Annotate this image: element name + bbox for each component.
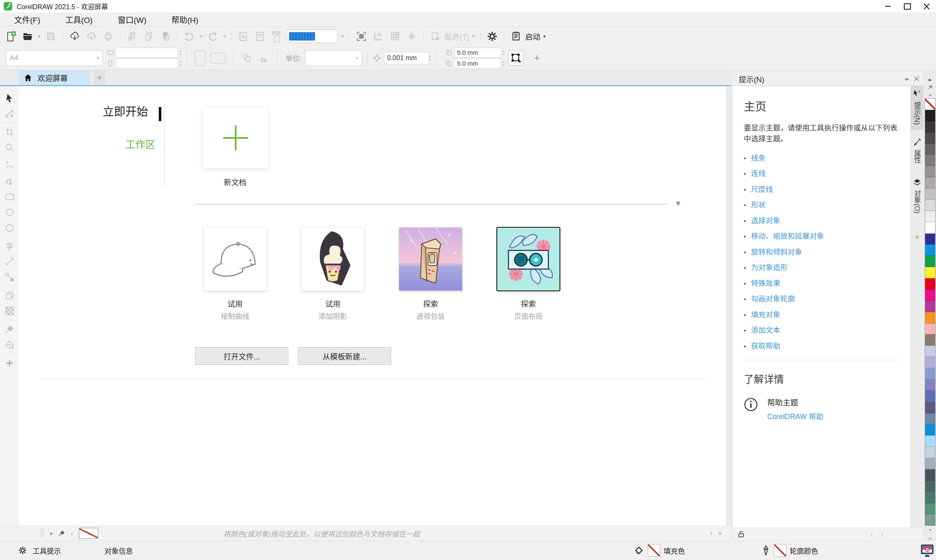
coreldraw-help-link[interactable]: CorelDRAW 帮助 — [767, 411, 824, 421]
show-rulers-button[interactable] — [370, 28, 387, 45]
tab-welcome-screen[interactable]: 欢迎屏幕 — [18, 70, 90, 85]
doc-palette-no-color-swatch[interactable] — [79, 528, 98, 539]
freehand-tool[interactable] — [3, 158, 17, 173]
palette-color-swatch[interactable] — [925, 458, 935, 469]
tips-topic-link[interactable]: 添加文本 — [751, 324, 780, 335]
palette-color-swatch[interactable] — [925, 110, 935, 121]
redo-button[interactable] — [204, 28, 221, 45]
outline-color-swatch[interactable] — [774, 544, 786, 557]
export-button[interactable] — [252, 28, 268, 45]
palette-flyout-icon[interactable]: ▸ — [929, 78, 932, 82]
polygon-tool[interactable] — [3, 220, 17, 235]
artistic-media-tool[interactable] — [3, 173, 17, 189]
tips-topic-link[interactable]: 线条 — [751, 152, 766, 163]
tips-topic-link[interactable]: 选择对象 — [751, 215, 780, 225]
options-button[interactable] — [484, 28, 501, 45]
palette-color-swatch[interactable] — [925, 290, 935, 301]
duplicate-y-field[interactable]: 5.0 mm — [454, 59, 501, 69]
close-button[interactable] — [917, 0, 936, 13]
copy-button[interactable] — [140, 28, 157, 45]
palette-color-swatch[interactable] — [925, 256, 935, 267]
launch-button[interactable] — [508, 28, 524, 45]
cut-button[interactable] — [124, 28, 140, 45]
nav-workspace[interactable]: 工作区 — [19, 136, 155, 151]
doc-palette-scroll-right-icon[interactable]: › — [710, 529, 712, 537]
zoom-tool[interactable] — [3, 140, 17, 155]
crop-tool[interactable] — [3, 124, 17, 140]
palette-color-swatch[interactable] — [925, 469, 935, 481]
palette-color-swatch[interactable] — [925, 346, 935, 357]
landscape-button[interactable] — [211, 53, 226, 64]
card-draw-curves[interactable]: 试用 绘制曲线 — [203, 227, 267, 321]
import-button[interactable] — [235, 28, 252, 45]
doc-palette-expand-icon[interactable]: » — [718, 529, 722, 537]
page-size-combobox[interactable]: A4 ▾ — [6, 50, 103, 66]
docker-tab-hints[interactable]: ? 提示(N) — [911, 86, 923, 130]
tips-topic-link[interactable]: 特殊效果 — [751, 277, 780, 288]
palette-color-swatch[interactable] — [925, 357, 935, 368]
card-add-shadow[interactable]: 试用 添加阴影 — [301, 227, 365, 321]
palette-color-swatch[interactable] — [925, 211, 935, 222]
menu-item[interactable]: 帮助(H) — [159, 13, 211, 26]
duplicate-y-stepper[interactable]: ▴▾ — [503, 60, 505, 67]
palette-scroll-up-icon[interactable]: ▴ — [929, 92, 931, 97]
doc-palette-flyout-icon[interactable]: ▸ — [50, 529, 53, 537]
palette-color-swatch[interactable] — [925, 234, 935, 245]
palette-color-swatch[interactable] — [925, 222, 935, 234]
menu-item[interactable]: 工具(O) — [53, 13, 105, 26]
minimize-button[interactable] — [878, 0, 898, 13]
palette-color-swatch[interactable] — [925, 413, 935, 425]
launch-dropdown[interactable]: ▾ — [541, 28, 548, 45]
fullscreen-preview-button[interactable] — [353, 28, 370, 45]
customize-propbar-button[interactable]: + — [534, 51, 540, 64]
tips-topic-link[interactable]: 形状 — [751, 199, 766, 209]
tips-topic-link[interactable]: 勾画对象轮廓 — [751, 293, 795, 303]
docker-tab-properties[interactable]: 属性 — [911, 135, 923, 168]
palette-color-swatch[interactable] — [925, 514, 935, 525]
close-docker-icon[interactable] — [914, 76, 919, 81]
rectangle-tool[interactable] — [3, 189, 17, 204]
portrait-button[interactable] — [195, 51, 206, 66]
tips-topic-link[interactable]: 连线 — [751, 168, 766, 178]
page-height-field[interactable] — [115, 59, 178, 69]
palette-color-swatch[interactable] — [925, 481, 935, 492]
palette-color-swatch[interactable] — [925, 200, 935, 211]
treat-as-filled-button[interactable] — [509, 51, 524, 66]
no-color-swatch[interactable] — [925, 99, 935, 110]
card-perspective-packaging[interactable]: 探索 透视包装 — [399, 227, 463, 321]
cloud-upload-button[interactable] — [83, 28, 100, 45]
transparency-tool[interactable] — [3, 303, 17, 318]
palette-color-swatch[interactable] — [925, 267, 935, 278]
fill-color-swatch[interactable] — [648, 544, 660, 557]
palette-color-swatch[interactable] — [925, 155, 935, 166]
open-button[interactable] — [19, 28, 36, 45]
add-docker-button[interactable]: + — [915, 233, 920, 242]
new-document-button[interactable] — [3, 28, 19, 45]
nav-get-started[interactable]: 立即开始 — [19, 103, 161, 121]
current-page-button[interactable] — [255, 50, 272, 66]
menu-item[interactable]: 文件(F) — [2, 13, 53, 26]
tips-topic-link[interactable]: 获取帮助 — [751, 340, 780, 351]
ellipse-tool[interactable] — [3, 204, 17, 220]
nav-back-icon[interactable]: ‹ — [870, 529, 873, 539]
shape-tool[interactable] — [3, 106, 17, 121]
tips-topic-link[interactable]: 旋转和倾斜对象 — [751, 246, 802, 257]
redo-dropdown[interactable]: ▾ — [221, 28, 228, 45]
palette-eyedropper-icon[interactable] — [927, 84, 933, 90]
snap-to-label[interactable]: 贴齐(T) — [445, 31, 469, 42]
dimension-tool[interactable] — [3, 254, 17, 269]
units-combobox[interactable]: ▾ — [305, 50, 362, 66]
palette-color-swatch[interactable] — [925, 492, 935, 503]
lock-icon[interactable] — [737, 530, 745, 538]
palette-color-swatch[interactable] — [925, 447, 935, 458]
all-pages-button[interactable] — [239, 50, 255, 66]
menu-item[interactable]: 窗口(W) — [105, 13, 159, 26]
undo-dropdown[interactable]: ▾ — [198, 28, 204, 45]
palette-color-swatch[interactable] — [925, 323, 935, 335]
palette-color-swatch[interactable] — [925, 188, 935, 200]
palette-color-swatch[interactable] — [925, 144, 935, 155]
palette-color-swatch[interactable] — [925, 177, 935, 188]
palette-color-swatch[interactable] — [925, 301, 935, 312]
palette-color-swatch[interactable] — [925, 368, 935, 379]
nudge-stepper[interactable]: ▴▾ — [429, 54, 431, 62]
